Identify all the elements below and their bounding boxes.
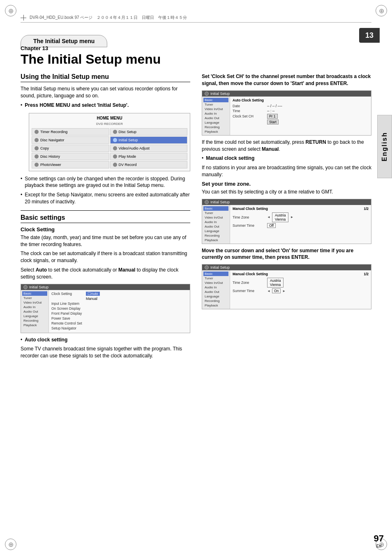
setup-screenshot-3: Initial Setup Basic Tuner Video In/Out A…: [202, 199, 371, 244]
sidebar-video-2: Video In/Out: [203, 107, 228, 111]
menu-item-copy: Copy: [32, 145, 109, 152]
clock-p1: The date (day, month, year) and time mus…: [21, 234, 190, 248]
bullet-dot3: •: [21, 191, 22, 205]
sidebar-lang-4: Language: [203, 294, 228, 299]
sidebar-tuner: Tuner: [22, 296, 47, 300]
sidebar-rec-3: Recording: [203, 233, 228, 238]
header-tab-label: The Initial Setup menu: [33, 38, 95, 44]
setup-row-date: Date -- / -- / ----: [233, 104, 369, 108]
setup-row-timezone-4: Time Zone AustriaVienna: [233, 278, 369, 288]
setup-sidebar-4: Basic Tuner Video In/Out Audio In Audio …: [202, 270, 230, 309]
setup-screenshot-1: Initial Setup Basic Tuner Video In/Out A…: [21, 284, 190, 333]
chapter-title: The Initial Setup menu: [21, 52, 371, 67]
setup-body-2: Basic Tuner Video In/Out Audio In Audio …: [202, 97, 371, 135]
set-clock-bold: Set 'Clock Set CH' to the channel preset…: [202, 73, 371, 87]
bullet-some-settings: • Some settings can only be changed when…: [21, 175, 190, 189]
dv-icon: [113, 163, 117, 167]
section-divider: [21, 210, 190, 211]
left-column: Using the Initial Setup menu The Initial…: [21, 73, 190, 362]
setup-disc-icon-3: [205, 200, 209, 204]
sidebar-audioout-4: Audio Out: [203, 290, 228, 294]
setup-title-bar-4: Initial Setup: [202, 265, 371, 270]
chapter-label: Chapter 13: [21, 45, 371, 51]
setup-sidebar-1: Basic Tuner Video In/Out Audio In Audio …: [21, 290, 49, 333]
setup-row-on-screen: On Screen Display: [51, 306, 187, 311]
bullet-dot-auto: •: [21, 336, 22, 343]
bullet-manual-clock: • Manual clock setting: [202, 155, 371, 162]
setup-body-3: Basic Tuner Video In/Out Audio In Audio …: [202, 205, 371, 244]
sidebar-basic-4: Basic: [203, 272, 228, 276]
move-cursor-bold: Move the cursor down and select 'On' for…: [202, 247, 371, 261]
chapter-number: 13: [365, 31, 374, 40]
bullet-dot-manual: •: [202, 155, 203, 162]
photo-icon: [35, 163, 39, 167]
menu-item-photo: PhotoViewer: [32, 161, 109, 168]
page-number: 97 En: [374, 533, 384, 548]
clock-p3: Select Auto to set the clock automatical…: [21, 267, 190, 281]
bullet-text2: Some settings can only be changed when t…: [25, 175, 190, 189]
setup-body-1: Basic Tuner Video In/Out Audio In Audio …: [21, 290, 190, 333]
disc-icon: [113, 130, 117, 134]
setup-title-bar-2: Initial Setup: [202, 91, 371, 97]
setup-row-remote: Remote Control Set: [51, 321, 187, 325]
setup-title-bar-3: Initial Setup: [202, 199, 371, 205]
sidebar-audioin-3: Audio In: [203, 220, 228, 224]
two-column-layout: Using the Initial Setup menu The Initial…: [21, 73, 371, 362]
home-menu-title: HOME MENU: [32, 116, 187, 120]
clock-setting-heading: Clock Setting: [21, 226, 190, 233]
main-content: Chapter 13 The Initial Setup menu Using …: [21, 45, 371, 534]
setup-screenshot-4: Initial Setup Basic Tuner Video In/Out A…: [202, 264, 371, 309]
set-time-zone-text: You can set this by selecting a city or …: [202, 189, 371, 196]
section-using-intro: The Initial Setup menu is where you can …: [21, 85, 190, 99]
sidebar-english-label: English: [377, 115, 392, 178]
setup-main-3: Manual Clock Setting 1/2 Time Zone ◄ Aus…: [230, 205, 371, 244]
setup-row-start: Start: [233, 120, 369, 124]
bullet-press-home: • Press HOME MENU and select 'Initial Se…: [21, 102, 190, 109]
setup-disc-icon-2: [205, 92, 209, 96]
setup-row-time: Time -- : --: [233, 109, 369, 113]
right-column: Set 'Clock Set CH' to the channel preset…: [202, 73, 371, 362]
sidebar-audioin-4: Audio In: [203, 285, 228, 290]
sidebar-lang-3: Language: [203, 229, 228, 233]
setup-sidebar-3: Basic Tuner Video In/Out Audio In Audio …: [202, 205, 230, 244]
sidebar-tuner-3: Tuner: [203, 211, 228, 215]
menu-item-initial-setup: Initial Setup: [110, 136, 188, 144]
copy-icon: [35, 146, 39, 150]
menu-item-dv: DV Record: [110, 161, 188, 168]
sidebar-play-2: Playback: [203, 129, 228, 134]
clock-p2: The clock can be set automatically if th…: [21, 250, 190, 264]
setup-main-2: Auto Clock Setting Date -- / -- / ---- T…: [230, 97, 371, 135]
setup-icon: [113, 138, 117, 142]
setup-row-setup-nav: Setup Navigator: [51, 326, 187, 330]
setup-main-1: Clock Setting ☐Auto Manual Input Line Sy…: [49, 290, 190, 333]
bullet-auto-clock: • Auto clock setting: [21, 336, 190, 343]
setup-disc-icon-4: [205, 265, 209, 269]
setup-row-front-panel: Front Panel Display: [51, 311, 187, 315]
nav-icon: [35, 138, 39, 142]
setup-disc-icon-1: [23, 285, 28, 289]
bullet-text-auto: Auto clock setting: [25, 336, 67, 343]
manual-clock-text: If no stations in your area are broadcas…: [202, 164, 371, 178]
section-basic-heading: Basic settings: [21, 214, 190, 223]
setup-sidebar-2: Basic Tuner Video In/Out Audio In Audio …: [202, 97, 230, 135]
sidebar-play-3: Playback: [203, 238, 228, 242]
setup-row-summertime-4: Summer Time ◄ On ►: [233, 288, 369, 293]
video-icon: [113, 146, 117, 150]
top-info-bar: DVR-04_HDD_EU.book 97 ページ ２００４年４月１１日 日曜日…: [21, 15, 371, 23]
setup-body-4: Basic Tuner Video In/Out Audio In Audio …: [202, 270, 371, 309]
sidebar-video-3: Video In/Out: [203, 215, 228, 220]
sidebar-audio-out: Audio Out: [22, 309, 47, 314]
sidebar-basic: Basic: [22, 291, 47, 296]
menu-item-timer: Timer Recording: [32, 128, 109, 136]
menu-item-play-mode: Play Mode: [110, 153, 188, 160]
bullet-text3: Except for the Setup Navigator, menu scr…: [25, 191, 190, 205]
sidebar-playback: Playback: [22, 323, 47, 327]
home-menu-screenshot: HOME MENU DVD RECORDER Timer Recording D…: [29, 113, 190, 171]
sidebar-audioin-2: Audio In: [203, 111, 228, 116]
menu-item-disc-nav: Disc Navigator: [32, 136, 109, 144]
sidebar-basic-2: Basic: [203, 98, 228, 102]
menu-item-video-audio: Video/Audio Adjust: [110, 145, 188, 152]
sidebar-language: Language: [22, 314, 47, 318]
setup-screenshot-2: Initial Setup Basic Tuner Video In/Out A…: [202, 90, 371, 136]
setup-row-power-save: Power Save: [51, 316, 187, 320]
